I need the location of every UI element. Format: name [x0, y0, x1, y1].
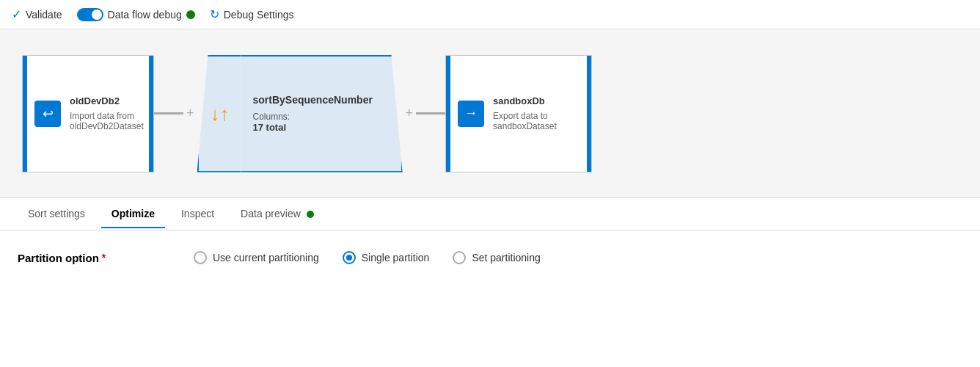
- plus-right[interactable]: +: [406, 106, 414, 121]
- sort-node-name: sortBySequenceNumber: [253, 94, 390, 106]
- dataflow-debug-item[interactable]: Data flow debug: [77, 8, 195, 21]
- sort-main-block: sortBySequenceNumber Columns: 17 total: [241, 55, 403, 172]
- dest-node[interactable]: → sandboxDb Export data to sandboxDatase…: [445, 55, 592, 172]
- radio-group: Use current partitioning Single partitio…: [194, 251, 541, 264]
- source-node-desc: Import data from oldDevDb2Dataset: [70, 111, 144, 131]
- source-icon: ↩: [34, 101, 61, 127]
- tab-inspect[interactable]: Inspect: [171, 200, 224, 228]
- toolbar: ✓ Validate Data flow debug ↻ Debug Setti…: [0, 0, 980, 29]
- columns-value: 17 total: [253, 122, 390, 133]
- radio-circle-use-current: [194, 251, 207, 264]
- dest-icon: →: [458, 101, 484, 127]
- tab-data-preview[interactable]: Data preview: [230, 200, 324, 228]
- radio-set-partitioning[interactable]: Set partitioning: [453, 251, 540, 264]
- data-preview-dot: [307, 211, 314, 218]
- dest-node-desc: Export data to sandboxDataset: [493, 111, 579, 131]
- debug-settings-label: Debug Settings: [224, 9, 294, 21]
- sort-icon-block: ↓↑: [197, 55, 241, 172]
- source-node-name: oldDevDb2: [70, 95, 144, 106]
- validate-icon: ✓: [12, 7, 21, 21]
- radio-use-current[interactable]: Use current partitioning: [194, 251, 319, 264]
- tab-optimize[interactable]: Optimize: [101, 200, 165, 228]
- sort-arrows-icon: ↓↑: [211, 104, 230, 123]
- columns-label: Columns:: [253, 112, 390, 122]
- connector-left: [154, 112, 183, 115]
- validate-label: Validate: [26, 9, 62, 21]
- required-star: *: [102, 252, 106, 264]
- validate-item[interactable]: ✓ Validate: [12, 7, 62, 21]
- dataflow-debug-label: Data flow debug: [108, 9, 182, 21]
- debug-settings-item[interactable]: ↻ Debug Settings: [210, 7, 294, 21]
- radio-circle-single-partition: [343, 251, 356, 264]
- dest-text: sandboxDb Export data to sandboxDataset: [493, 95, 579, 131]
- canvas: ↩ oldDevDb2 Import data from oldDevDb2Da…: [0, 29, 980, 198]
- dest-node-name: sandboxDb: [493, 95, 579, 106]
- source-text: oldDevDb2 Import data from oldDevDb2Data…: [70, 95, 144, 131]
- connector-right: [416, 112, 445, 115]
- radio-circle-set-partitioning: [453, 251, 466, 264]
- partition-section: Partition option * Use current partition…: [0, 230, 980, 285]
- debug-status-dot: [186, 10, 195, 19]
- tab-sort-settings[interactable]: Sort settings: [18, 200, 95, 228]
- debug-toggle[interactable]: [77, 8, 103, 21]
- source-node[interactable]: ↩ oldDevDb2 Import data from oldDevDb2Da…: [22, 55, 154, 172]
- sort-node[interactable]: ↓↑ sortBySequenceNumber Columns: 17 tota…: [197, 55, 403, 172]
- refresh-icon: ↻: [210, 7, 219, 21]
- tabs-bar: Sort settings Optimize Inspect Data prev…: [0, 198, 980, 230]
- plus-left[interactable]: +: [186, 106, 194, 121]
- radio-single-partition[interactable]: Single partition: [343, 251, 430, 264]
- partition-label: Partition option *: [18, 252, 164, 264]
